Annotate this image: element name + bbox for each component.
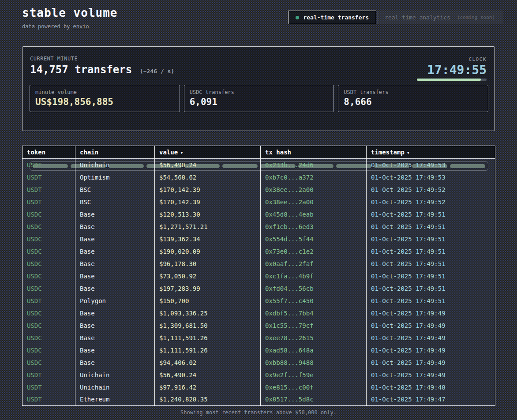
tx-hash-cell[interactable]: 0x9e2f...f59e: [261, 369, 367, 381]
token-cell: USDT: [22, 171, 75, 184]
footer-note: Showing most recent transfers above $50,…: [0, 409, 517, 416]
transfer-row: USDT Polygon $150,700 0x55f7...c450 01-O…: [22, 295, 495, 307]
tx-hash-cell[interactable]: 0xbb88...9488: [261, 356, 367, 369]
timestamp-cell: 01-Oct-2025 17:49:51: [367, 282, 495, 295]
coming-soon-note: (coming soon): [457, 15, 495, 20]
value-cell: $1,240,828.35: [155, 394, 261, 406]
table-header-row: token chain value▼ tx hash timestamp▼: [22, 146, 495, 159]
tx-hash-cell[interactable]: 0xb7c0...a372: [261, 171, 367, 184]
chain-cell: Polygon: [75, 295, 155, 307]
chain-cell: Base: [75, 258, 155, 270]
stat-label: USDC transfers: [190, 89, 329, 95]
token-cell: USDC: [22, 245, 75, 258]
stat-value: 6,091: [190, 97, 329, 107]
tx-hash-cell[interactable]: 0x38ee...2a00: [261, 184, 367, 196]
stat-value: US$198,856,885: [35, 97, 174, 107]
tx-hash-cell[interactable]: 0x554d...5f44: [261, 233, 367, 245]
token-cell: USDC: [22, 319, 75, 332]
transfer-row: USDC Base $73,050.92 0xc1fa...4b9f 01-Oc…: [22, 270, 495, 282]
tx-hash-cell[interactable]: 0x0aaf...2faf: [261, 258, 367, 270]
token-cell: USDT: [22, 184, 75, 196]
chain-cell: Unichain: [75, 369, 155, 381]
transfer-row: USDC Base $1,111,591.26 0xad58...648a 01…: [22, 344, 495, 356]
tx-hash-cell[interactable]: 0x45d8...4eab: [261, 208, 367, 221]
transfer-row: USDC Base $96,178.30 0x0aaf...2faf 01-Oc…: [22, 258, 495, 270]
timestamp-cell: 01-Oct-2025 17:49:49: [367, 307, 495, 319]
powered-by: data powered by envio: [22, 23, 118, 30]
value-cell: $1,309,681.50: [155, 319, 261, 332]
value-cell: $94,406.02: [155, 356, 261, 369]
value-cell: $190,020.09: [155, 245, 261, 258]
timestamp-cell: 01-Oct-2025 17:49:51: [367, 258, 495, 270]
table-body: USDT Unichain $56,490.24 0x233b...24d6 0…: [22, 159, 495, 406]
app-header: stable volume data powered by envio: [22, 6, 118, 30]
timestamp-cell: 01-Oct-2025 17:49:51: [367, 295, 495, 307]
value-cell: $1,271,571.21: [155, 221, 261, 233]
stat-label: minute volume: [35, 89, 174, 95]
timestamp-cell: 01-Oct-2025 17:49:51: [367, 221, 495, 233]
transfers-table: token chain value▼ tx hash timestamp▼ US…: [22, 146, 495, 406]
timestamp-cell: 01-Oct-2025 17:49:51: [367, 233, 495, 245]
transfer-row: USDT Unichain $56,490.24 0x9e2f...f59e 0…: [22, 369, 495, 381]
token-cell: USDC: [22, 258, 75, 270]
tx-hash-cell[interactable]: 0x1c55...79cf: [261, 319, 367, 332]
token-cell: USDC: [22, 233, 75, 245]
chain-cell: Unichain: [75, 159, 155, 171]
chain-cell: Base: [75, 307, 155, 319]
value-cell: $1,111,591.26: [155, 344, 261, 356]
timestamp-cell: 01-Oct-2025 17:49:51: [367, 270, 495, 282]
timestamp-cell: 01-Oct-2025 17:49:53: [367, 159, 495, 171]
tx-hash-cell[interactable]: 0x233b...24d6: [261, 159, 367, 171]
chain-cell: Base: [75, 245, 155, 258]
chain-cell: Base: [75, 208, 155, 221]
tab-real-time-transfers[interactable]: real-time transfers: [288, 11, 376, 24]
tx-hash-cell[interactable]: 0xf1eb...6ed3: [261, 221, 367, 233]
view-tabs: real-time transfers real-time analytics …: [288, 11, 502, 24]
tx-hash-cell[interactable]: 0xe815...c00f: [261, 381, 367, 394]
chain-cell: Base: [75, 221, 155, 233]
timestamp-cell: 01-Oct-2025 17:49:49: [367, 332, 495, 344]
tx-hash-cell[interactable]: 0x38ee...2a00: [261, 196, 367, 208]
clock-progress-fill: [417, 79, 481, 81]
stat-box-usdt-transfers: USDT transfers 8,666: [338, 85, 488, 112]
token-cell: USDC: [22, 282, 75, 295]
tx-hash-cell[interactable]: 0x73e0...c1e2: [261, 245, 367, 258]
column-header-value[interactable]: value▼: [155, 146, 261, 159]
value-cell: $197,283.99: [155, 282, 261, 295]
transfer-rate: (~246 / s): [140, 68, 174, 75]
transfer-row: USDT Unichain $56,490.24 0x233b...24d6 0…: [22, 159, 495, 171]
tx-hash-cell[interactable]: 0xdbf5...7bb4: [261, 307, 367, 319]
timestamp-cell: 01-Oct-2025 17:49:49: [367, 356, 495, 369]
transfer-row: USDC Base $197,283.99 0xfd04...56cb 01-O…: [22, 282, 495, 295]
column-header-chain: chain: [75, 146, 155, 159]
value-cell: $120,513.30: [155, 208, 261, 221]
tx-hash-cell[interactable]: 0xc1fa...4b9f: [261, 270, 367, 282]
value-cell: $170,142.39: [155, 184, 261, 196]
token-cell: USDT: [22, 196, 75, 208]
tx-hash-cell[interactable]: 0xad58...648a: [261, 344, 367, 356]
tx-hash-cell[interactable]: 0xee78...2615: [261, 332, 367, 344]
transfer-row: USDC Base $120,513.30 0x45d8...4eab 01-O…: [22, 208, 495, 221]
stat-label: USDT transfers: [344, 89, 483, 95]
token-cell: USDC: [22, 208, 75, 221]
token-cell: USDT: [22, 394, 75, 406]
tx-hash-cell[interactable]: 0x55f7...c450: [261, 295, 367, 307]
timestamp-cell: 01-Oct-2025 17:49:47: [367, 394, 495, 406]
stat-box-usdc-transfers: USDC transfers 6,091: [184, 85, 334, 112]
chain-cell: BSC: [75, 196, 155, 208]
transfer-row: USDT Optimism $54,568.62 0xb7c0...a372 0…: [22, 171, 495, 184]
timestamp-cell: 01-Oct-2025 17:49:51: [367, 245, 495, 258]
envio-link[interactable]: envio: [73, 23, 89, 30]
tab-real-time-analytics[interactable]: real-time analytics (coming soon): [377, 11, 502, 24]
column-header-timestamp[interactable]: timestamp▼: [367, 146, 495, 159]
transfer-count-line: 14,757 transfers (~246 / s): [30, 64, 174, 76]
live-status-dot-icon: [296, 16, 299, 19]
token-cell: USDT: [22, 369, 75, 381]
transfer-row: USDC Base $139,362.34 0x554d...5f44 01-O…: [22, 233, 495, 245]
tx-hash-cell[interactable]: 0x8517...5d8c: [261, 394, 367, 406]
transfer-row: USDC Base $1,271,571.21 0xf1eb...6ed3 01…: [22, 221, 495, 233]
transfer-row: USDT Unichain $97,916.42 0xe815...c00f 0…: [22, 381, 495, 394]
current-minute-panel: CURRENT MINUTE 14,757 transfers (~246 / …: [22, 46, 495, 131]
tx-hash-cell[interactable]: 0xfd04...56cb: [261, 282, 367, 295]
chain-cell: Unichain: [75, 381, 155, 394]
